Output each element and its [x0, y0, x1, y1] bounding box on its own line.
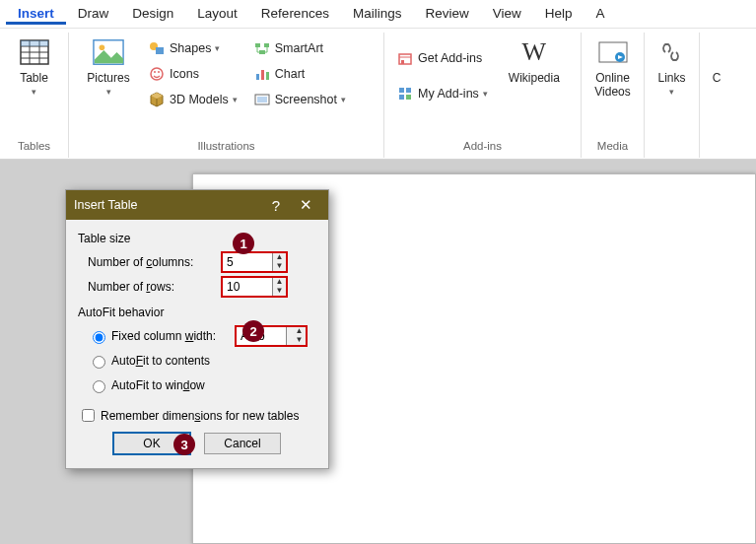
group-addins: Get Add-ins My Add-ins▾ W Wikipedia Add-… [384, 33, 582, 158]
tab-references[interactable]: References [249, 3, 341, 25]
table-icon [19, 36, 50, 68]
remember-checkbox[interactable] [82, 409, 95, 422]
online-videos-button[interactable]: Online Videos [589, 33, 636, 103]
links-button[interactable]: Links ▾ [653, 33, 691, 101]
tab-mailings[interactable]: Mailings [341, 3, 414, 25]
spin-down-icon[interactable]: ▼ [293, 336, 306, 345]
svg-rect-14 [255, 43, 260, 47]
tab-help[interactable]: Help [533, 3, 584, 25]
ribbon-body: Table ▾ Tables Pictures ▾ Shapes [0, 28, 756, 158]
close-button[interactable]: ✕ [291, 196, 320, 214]
insert-table-dialog: Insert Table ? ✕ Table size Number of co… [65, 189, 329, 469]
annotation-1: 1 [233, 233, 254, 254]
cancel-button[interactable]: Cancel [204, 433, 281, 454]
screenshot-label: Screenshot [275, 93, 337, 106]
svg-rect-21 [257, 97, 267, 102]
cube-icon [148, 91, 166, 108]
ribbon: Insert Draw Design Layout References Mai… [0, 0, 756, 160]
tab-layout[interactable]: Layout [185, 3, 249, 25]
tab-draw[interactable]: Draw [66, 3, 121, 25]
columns-input[interactable] [222, 252, 273, 272]
svg-point-13 [158, 71, 160, 73]
screenshot-button[interactable]: Screenshot▾ [249, 88, 350, 111]
shapes-icon [148, 39, 166, 57]
svg-rect-23 [401, 60, 404, 64]
dialog-titlebar[interactable]: Insert Table ? ✕ [66, 190, 328, 220]
addins-icon [396, 85, 414, 102]
chevron-down-icon: ▾ [341, 95, 346, 104]
my-addins-button[interactable]: My Add-ins▾ [392, 82, 492, 105]
icons-label: Icons [170, 67, 199, 81]
columns-label: Number of columns: [88, 255, 222, 269]
chevron-down-icon: ▾ [233, 95, 238, 104]
fixed-width-label: Fixed column width: [111, 329, 236, 343]
pictures-button[interactable]: Pictures ▾ [77, 33, 140, 101]
icons-button[interactable]: Icons [144, 62, 241, 86]
table-button[interactable]: Table ▾ [8, 33, 60, 101]
shapes-button[interactable]: Shapes▾ [144, 36, 241, 60]
get-addins-label: Get Add-ins [418, 51, 482, 65]
pictures-button-label: Pictures [87, 72, 129, 86]
svg-rect-24 [399, 88, 404, 93]
spin-down-icon[interactable]: ▼ [273, 287, 286, 296]
group-label-addins: Add-ins [392, 136, 573, 158]
store-icon [396, 49, 414, 67]
tab-cut[interactable]: A [584, 3, 617, 25]
chevron-down-icon: ▾ [106, 87, 111, 97]
fixed-width-radio[interactable] [93, 331, 105, 344]
svg-rect-25 [406, 88, 411, 93]
autofit-window-radio[interactable] [93, 380, 105, 393]
group-label-tables: Tables [8, 136, 60, 158]
tab-insert[interactable]: Insert [6, 3, 66, 25]
3d-models-button[interactable]: 3D Models▾ [144, 88, 241, 111]
columns-spinner[interactable]: ▲▼ [222, 252, 287, 272]
chevron-down-icon: ▾ [32, 87, 36, 97]
svg-rect-17 [256, 74, 259, 80]
group-links: Links ▾ [645, 33, 700, 158]
smartart-button[interactable]: SmartArt [249, 36, 350, 60]
rows-spinner[interactable]: ▲▼ [222, 277, 287, 297]
chevron-down-icon: ▾ [669, 87, 674, 97]
group-label-links [653, 136, 691, 158]
get-addins-button[interactable]: Get Add-ins [392, 46, 492, 70]
tab-design[interactable]: Design [120, 3, 185, 25]
tab-review[interactable]: Review [413, 3, 480, 25]
spin-down-icon[interactable]: ▼ [273, 262, 286, 271]
svg-rect-10 [156, 47, 164, 54]
3d-models-label: 3D Models [170, 93, 229, 106]
svg-rect-27 [406, 95, 411, 100]
pictures-icon [93, 36, 124, 68]
online-videos-label: Online Videos [591, 72, 634, 100]
chart-button[interactable]: Chart [249, 62, 350, 86]
group-label-media: Media [589, 136, 636, 158]
wikipedia-button[interactable]: W Wikipedia [500, 33, 569, 90]
tab-view[interactable]: View [481, 3, 533, 25]
chevron-down-icon: ▾ [483, 89, 488, 99]
rows-label: Number of rows: [88, 280, 222, 294]
comment-button-cut[interactable]: C [708, 33, 725, 90]
comment-icon [708, 36, 725, 68]
svg-point-8 [100, 44, 105, 50]
section-autofit: AutoFit behavior [78, 306, 316, 319]
section-table-size: Table size [78, 232, 316, 245]
screenshot-icon [253, 91, 271, 108]
link-icon [656, 36, 688, 68]
comment-label-cut: C [713, 72, 722, 86]
svg-rect-18 [261, 70, 264, 80]
group-illustrations: Pictures ▾ Shapes▾ Icons 3D Models▾ [69, 33, 384, 158]
icons-icon [148, 65, 166, 83]
group-media: Online Videos Media [582, 33, 645, 158]
links-label: Links [657, 72, 685, 86]
wikipedia-icon: W [518, 36, 550, 68]
svg-rect-16 [259, 50, 265, 54]
autofit-contents-radio[interactable] [93, 356, 105, 369]
chart-icon [253, 65, 271, 83]
help-button[interactable]: ? [261, 197, 291, 214]
dialog-title: Insert Table [74, 198, 137, 212]
group-label-illustrations: Illustrations [77, 136, 376, 158]
ribbon-tabs: Insert Draw Design Layout References Mai… [0, 0, 756, 28]
annotation-3: 3 [173, 434, 195, 455]
shapes-label: Shapes [170, 41, 211, 55]
rows-input[interactable] [222, 277, 273, 297]
autofit-window-label: AutoFit to window [111, 378, 205, 392]
